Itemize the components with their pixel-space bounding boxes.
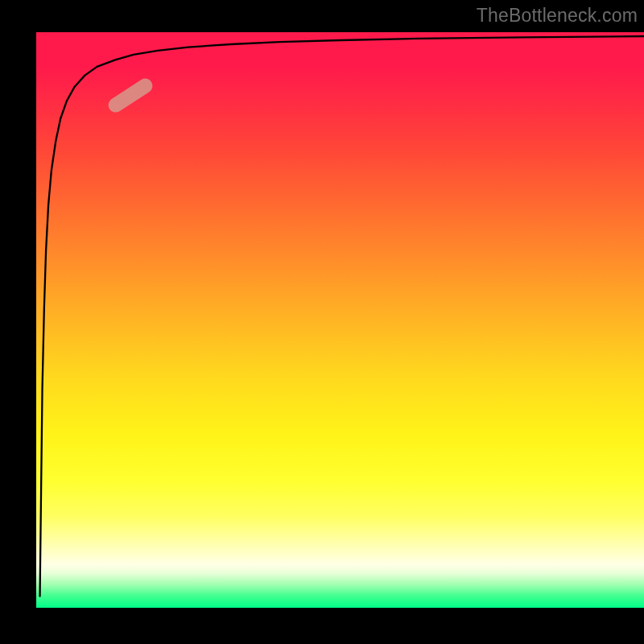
bottleneck-curve	[40, 36, 644, 597]
watermark-text: TheBottleneck.com	[477, 5, 638, 27]
plot-area	[36, 32, 644, 608]
curve-layer	[36, 32, 644, 608]
curve-marker	[105, 76, 155, 115]
chart-frame: TheBottleneck.com	[0, 0, 644, 644]
